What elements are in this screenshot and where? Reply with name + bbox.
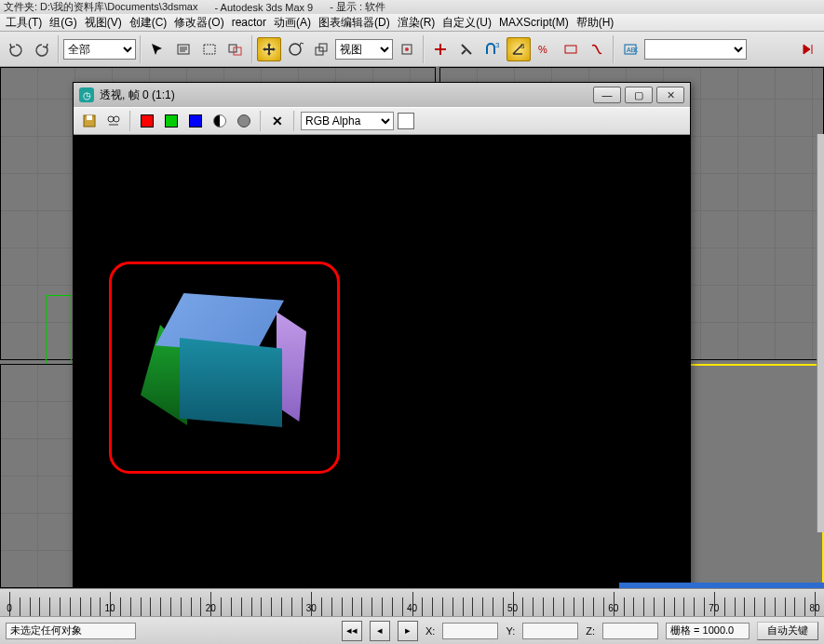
edit-named-sel-button[interactable] [585,37,609,61]
menu-help[interactable]: 帮助(H) [573,15,618,31]
svg-rect-3 [234,47,241,55]
svg-point-18 [114,116,119,122]
svg-rect-12 [565,46,576,53]
render-window-titlebar[interactable]: ◷ 透视, 帧 0 (1:1) — ▢ ✕ [74,83,690,107]
svg-rect-16 [87,115,92,120]
menu-animation[interactable]: 动画(A) [270,15,315,31]
select-object-button[interactable] [145,37,169,61]
svg-point-4 [290,44,301,55]
mono-channel-button[interactable] [234,111,254,131]
render-frame-window: ◷ 透视, 帧 0 (1:1) — ▢ ✕ ✕ RGB Alpha [73,82,691,589]
minimize-button[interactable]: — [593,87,621,103]
close-button[interactable]: ✕ [656,87,684,103]
spinner-snap-button[interactable] [559,37,583,61]
menu-tools[interactable]: 工具(T) [2,15,46,31]
select-by-name-button[interactable] [171,37,196,61]
play-prev-button[interactable]: ◂ [370,621,390,641]
y-label: Y: [506,625,515,637]
x-label: X: [426,625,435,637]
status-bar: 未选定任何对象 ◂◂ ◂ ▸ X: Y: Z: 栅格 = 1000.0 自动关键 [0,616,824,644]
title-display: - 显示 : 软件 [330,0,385,14]
select-and-scale-button[interactable] [309,37,333,61]
color-swatch[interactable] [398,113,414,129]
annotation-highlight [109,262,340,474]
svg-point-8 [405,47,409,51]
menu-view[interactable]: 视图(V) [81,15,126,31]
grid-field: 栅格 = 1000.0 [666,623,750,639]
manipulate-button[interactable] [428,37,453,61]
save-image-button[interactable] [79,111,100,131]
menu-bar: 工具(T) 组(G) 视图(V) 创建(C) 修改器(O) reactor 动画… [0,14,824,32]
y-coord-field[interactable] [522,623,578,639]
redo-button[interactable] [30,37,54,61]
svg-point-17 [108,116,114,122]
svg-rect-2 [229,45,236,52]
named-sel-combo[interactable] [644,39,747,60]
menu-create[interactable]: 创建(C) [126,15,171,31]
menu-reactor[interactable]: reactor [228,16,270,29]
ref-coord-combo[interactable]: 视图 [335,39,393,60]
percent-snap-button[interactable]: % [533,37,557,61]
maximize-button[interactable]: ▢ [625,87,653,103]
render-window-icon: ◷ [79,87,94,102]
blue-channel-button[interactable] [185,111,206,131]
menu-group[interactable]: 组(G) [46,15,80,31]
play-button[interactable]: ▸ [398,621,418,641]
render-canvas[interactable] [74,135,690,588]
menu-maxscript[interactable]: MAXScript(M) [495,16,573,29]
menu-render[interactable]: 渲染(R) [394,15,439,31]
rect-select-button[interactable] [197,37,222,61]
channel-select[interactable]: RGB Alpha [301,112,394,130]
snap-toggle-button[interactable]: 3 [480,37,505,61]
render-window-toolbar: ✕ RGB Alpha [74,107,690,135]
svg-text:%: % [538,44,547,55]
menu-customize[interactable]: 自定义(U) [439,15,495,31]
menu-graph[interactable]: 图表编辑器(D) [315,15,394,31]
z-label: Z: [586,625,595,637]
green-channel-button[interactable] [161,111,182,131]
clear-button[interactable]: ✕ [267,111,288,131]
angle-snap-button[interactable]: 3 [507,37,531,61]
keyboard-shortcut-button[interactable] [454,37,479,61]
title-app: - Autodesk 3ds Max 9 [214,2,313,13]
goto-end-button[interactable] [796,37,820,61]
time-ruler[interactable]: 01020304050607080 [0,590,824,616]
named-sel-combo-button[interactable]: ABC [618,37,642,61]
title-path: 文件夹: D:\我的资料库\Documents\3dsmax [4,0,197,14]
window-crossing-button[interactable] [223,37,248,61]
render-window-title: 透视, 帧 0 (1:1) [100,87,589,103]
red-channel-button[interactable] [137,111,157,131]
svg-text:3: 3 [520,42,525,50]
svg-text:3: 3 [495,41,500,49]
alpha-channel-button[interactable] [209,111,230,131]
timeline[interactable]: 01020304050607080 [0,588,824,616]
svg-rect-1 [204,45,215,54]
command-panel-edge [817,134,824,532]
autokey-button[interactable]: 自动关键 [757,622,818,640]
select-and-rotate-button[interactable] [283,37,307,61]
svg-text:ABC: ABC [627,47,638,53]
main-toolbar: 全部 视图 3 3 % ABC [0,32,824,67]
select-and-move-button[interactable] [257,37,281,61]
menu-modifiers[interactable]: 修改器(O) [170,15,227,31]
clone-window-button[interactable] [103,111,124,131]
play-start-button[interactable]: ◂◂ [342,621,362,641]
selection-status: 未选定任何对象 [6,623,136,639]
pivot-center-button[interactable] [395,37,419,61]
selection-filter-combo[interactable]: 全部 [63,39,136,60]
app-titlebar: 文件夹: D:\我的资料库\Documents\3dsmax - Autodes… [0,0,824,14]
x-coord-field[interactable] [442,623,498,639]
undo-button[interactable] [4,37,28,61]
z-coord-field[interactable] [602,623,658,639]
